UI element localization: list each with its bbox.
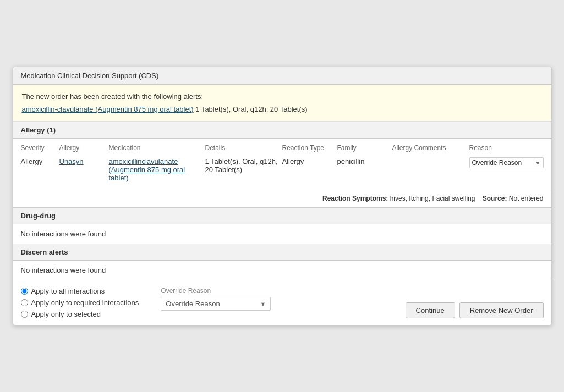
allergy-column-headers: Severity Allergy Medication Details Reac…	[21, 144, 544, 154]
allergy-details: 1 Tablet(s), Oral, q12h, 20 Tablet(s)	[205, 157, 282, 174]
alert-message: The new order has been created with the …	[22, 92, 543, 101]
radio-selected-label: Apply only to selected	[31, 310, 101, 318]
col-header-details: Details	[205, 144, 282, 152]
source-label: Source:	[483, 195, 507, 202]
override-section: Override Reason Override Reason ▼	[161, 287, 271, 311]
radio-all-label: Apply to all interactions	[31, 287, 105, 295]
footer-section: Apply to all interactions Apply only to …	[13, 280, 551, 325]
override-reason-select[interactable]: Override Reason ▼	[469, 157, 544, 168]
order-details: 1 Tablet(s), Oral, q12h, 20 Tablet(s)	[194, 105, 308, 113]
col-header-reaction-type: Reaction Type	[282, 144, 337, 152]
order-line: amoxicillin-clavulanate (Augmentin 875 m…	[22, 105, 543, 113]
remove-new-order-button[interactable]: Remove New Order	[459, 302, 544, 318]
override-reason-dropdown-text: Override Reason	[166, 300, 220, 308]
col-header-allergy: Allergy	[59, 144, 109, 152]
source-value: Not entered	[509, 195, 544, 202]
radio-required-interactions[interactable]	[21, 299, 28, 306]
alert-banner: The new order has been created with the …	[13, 85, 551, 122]
allergy-medication: amoxicillinclavulanate (Augmentin 875 mg…	[109, 157, 205, 182]
discern-alerts-content: No interactions were found	[13, 261, 551, 280]
override-reason-dropdown[interactable]: Override Reason ▼	[161, 297, 271, 311]
allergy-link[interactable]: Unasyn	[59, 157, 84, 165]
radio-required-label: Apply only to required interactions	[31, 299, 139, 307]
col-header-severity: Severity	[21, 144, 59, 152]
dropdown-arrow-icon: ▼	[535, 160, 541, 166]
modal-title: Medication Clinical Decision Support (CD…	[13, 67, 551, 85]
button-group: Continue Remove New Order	[406, 302, 544, 318]
radio-group: Apply to all interactions Apply only to …	[21, 287, 139, 318]
override-reason-label: Override Reason	[161, 287, 271, 295]
allergy-table: Severity Allergy Medication Details Reac…	[13, 139, 551, 190]
allergy-reaction-type: Allergy	[282, 157, 337, 165]
allergy-medication-link[interactable]: amoxicillinclavulanate (Augmentin 875 mg…	[109, 157, 185, 182]
col-header-family: Family	[337, 144, 392, 152]
allergy-severity: Allergy	[21, 157, 59, 165]
drug-drug-content: No interactions were found	[13, 224, 551, 244]
radio-selected-interactions[interactable]	[21, 311, 28, 318]
override-dropdown-arrow-icon: ▼	[260, 301, 266, 307]
col-header-allergy-comments: Allergy Comments	[392, 144, 469, 152]
modal-container: Medication Clinical Decision Support (CD…	[13, 67, 552, 325]
continue-button[interactable]: Continue	[406, 302, 455, 318]
radio-item-all: Apply to all interactions	[21, 287, 139, 295]
discern-alerts-section-header: Discern alerts	[13, 244, 551, 261]
col-header-reason: Reason	[469, 144, 544, 152]
medication-link[interactable]: amoxicillin-clavulanate (Augmentin 875 m…	[22, 105, 194, 113]
radio-item-selected: Apply only to selected	[21, 310, 139, 318]
drug-drug-section-header: Drug-drug	[13, 207, 551, 224]
allergy-section-header: Allergy (1)	[13, 122, 551, 139]
modal-title-text: Medication Clinical Decision Support (CD…	[21, 71, 159, 80]
allergy-override-reason[interactable]: Override Reason ▼	[469, 157, 544, 168]
reaction-symptoms-row: Reaction Symptoms: hives, Itching, Facia…	[13, 190, 551, 207]
radio-all-interactions[interactable]	[21, 288, 28, 295]
reaction-symptoms-label: Reaction Symptoms:	[322, 195, 388, 202]
radio-item-required: Apply only to required interactions	[21, 299, 139, 307]
col-header-medication: Medication	[109, 144, 205, 152]
allergy-family: penicillin	[337, 157, 392, 165]
allergy-data-row: Allergy Unasyn amoxicillinclavulanate (A…	[21, 157, 544, 182]
reaction-symptoms-value: hives, Itching, Facial swelling	[390, 195, 475, 202]
allergy-name: Unasyn	[59, 157, 109, 165]
